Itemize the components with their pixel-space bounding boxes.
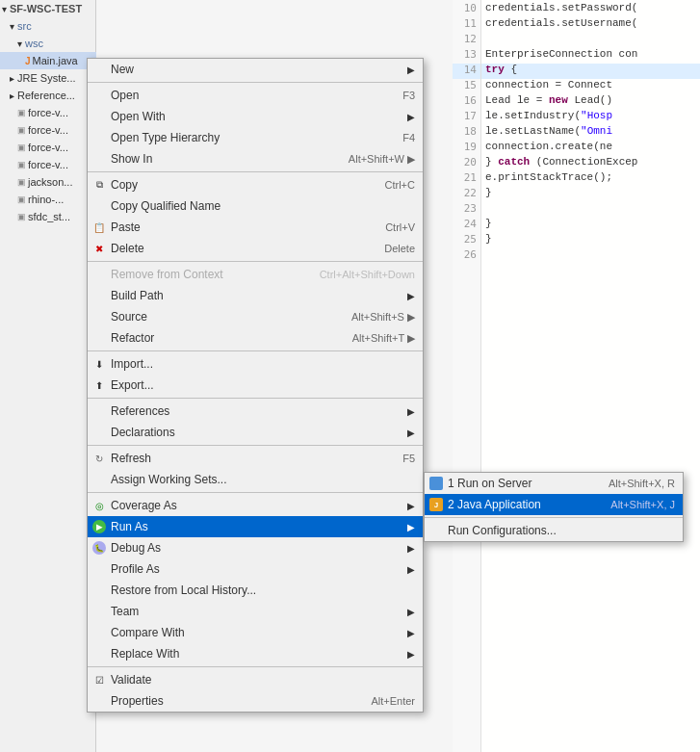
menu-properties-label: Properties: [111, 694, 371, 708]
delete-icon: ✖: [91, 241, 107, 256]
validate-icon: ☑: [91, 672, 107, 687]
tree-rhino[interactable]: ▣ rhino-...: [0, 191, 96, 208]
menu-properties[interactable]: Properties Alt+Enter: [88, 690, 423, 712]
import-icon: ⬇: [91, 356, 107, 372]
menu-team-label: Team: [111, 605, 403, 618]
tree-src[interactable]: ▾ src: [0, 17, 96, 35]
menu-source[interactable]: Source Alt+Shift+S ▶: [88, 306, 423, 327]
menu-team[interactable]: Team ▶: [88, 601, 423, 622]
tree-mainjava[interactable]: J Main.java: [0, 52, 96, 69]
context-menu: New ▶ Open F3 Open With ▶ Open Type Hier…: [87, 58, 424, 713]
menu-delete[interactable]: ✖ Delete Delete: [88, 238, 423, 259]
menu-open-with[interactable]: Open With ▶: [88, 106, 423, 127]
submenu-run-config-label: Run Configurations...: [448, 524, 675, 537]
menu-refactor[interactable]: Refactor Alt+Shift+T ▶: [88, 327, 423, 349]
menu-declarations-label: Declarations: [111, 426, 403, 439]
menu-validate[interactable]: ☑ Validate: [88, 669, 423, 690]
submenu-run-on-server[interactable]: 1 Run on Server Alt+Shift+X, R: [425, 473, 683, 494]
menu-coverage-as-label: Coverage As: [111, 499, 403, 512]
refresh-icon: ↻: [91, 451, 107, 466]
menu-refresh-shortcut: F5: [402, 453, 415, 464]
tree-force3[interactable]: ▣ force-v...: [0, 139, 96, 156]
menu-remove-context[interactable]: Remove from Context Ctrl+Alt+Shift+Down: [88, 264, 423, 285]
menu-build-path[interactable]: Build Path ▶: [88, 285, 423, 306]
menu-restore-history[interactable]: Restore from Local History...: [88, 580, 423, 601]
menu-coverage-as[interactable]: ◎ Coverage As ▶: [88, 495, 423, 516]
menu-export-label: Export...: [111, 378, 415, 392]
menu-profile-as-label: Profile As: [111, 562, 403, 576]
menu-debug-as[interactable]: 🐛 Debug As ▶: [88, 537, 423, 558]
run-circle-icon: ▶: [92, 520, 106, 533]
line-20: 20: [453, 156, 480, 171]
code-editor[interactable]: credentials.setPassword( credentials.set…: [481, 0, 700, 752]
code-line-20: } catch (ConnectionExcep: [481, 156, 700, 171]
menu-refresh-label: Refresh: [111, 452, 402, 465]
line-12: 12: [453, 33, 480, 48]
src-expand-icon: ▾: [10, 21, 14, 32]
menu-declarations[interactable]: Declarations ▶: [88, 422, 423, 443]
menu-open-shortcut: F3: [402, 90, 415, 101]
code-line-26: [481, 248, 700, 264]
submenu-run-server-label: 1 Run on Server: [448, 477, 609, 490]
menu-export[interactable]: ⬆ Export...: [88, 375, 423, 396]
menu-show-in[interactable]: Show In Alt+Shift+W ▶: [88, 148, 423, 169]
menu-copy-qualified-label: Copy Qualified Name: [111, 199, 415, 213]
menu-replace-with[interactable]: Replace With ▶: [88, 643, 423, 664]
separator-7: [88, 492, 423, 493]
menu-profile-as[interactable]: Profile As ▶: [88, 558, 423, 580]
menu-references[interactable]: References ▶: [88, 401, 423, 422]
menu-references-arrow: ▶: [407, 406, 415, 417]
menu-run-as-label: Run As: [111, 520, 403, 533]
code-line-25: }: [481, 233, 700, 248]
jar-icon-5: ▣: [17, 177, 26, 187]
copy-icon: ⧉: [91, 177, 107, 193]
tree-force4[interactable]: ▣ force-v...: [0, 156, 96, 173]
line-11: 11: [453, 17, 480, 33]
tree-jre[interactable]: ▸ JRE Syste...: [0, 69, 96, 87]
line-24: 24: [453, 218, 480, 233]
tree-project[interactable]: ▾ SF-WSC-TEST: [0, 0, 96, 17]
separator-2: [88, 171, 423, 172]
submenu-java-app[interactable]: J 2 Java Application Alt+Shift+X, J: [425, 494, 683, 515]
tree-reference[interactable]: ▸ Reference...: [0, 87, 96, 104]
menu-open-type[interactable]: Open Type Hierarchy F4: [88, 127, 423, 148]
menu-new[interactable]: New ▶: [88, 59, 423, 80]
rhino-label: rhino-...: [28, 194, 64, 205]
menu-restore-history-label: Restore from Local History...: [111, 583, 415, 597]
jre-label: JRE Syste...: [17, 72, 76, 84]
menu-copy-qualified[interactable]: Copy Qualified Name: [88, 195, 423, 217]
debug-as-icon: 🐛: [91, 540, 107, 556]
code-line-12: [481, 33, 700, 48]
submenu-java-app-label: 2 Java Application: [448, 498, 610, 511]
separator-8: [88, 666, 423, 667]
menu-import[interactable]: ⬇ Import...: [88, 353, 423, 375]
code-line-13: EnterpriseConnection con: [481, 48, 700, 64]
menu-new-label: New: [111, 63, 403, 76]
menu-open[interactable]: Open F3: [88, 85, 423, 106]
wsc-label: wsc: [25, 38, 43, 49]
menu-copy-shortcut: Ctrl+C: [385, 179, 415, 191]
menu-assign-working-sets[interactable]: Assign Working Sets...: [88, 469, 423, 490]
menu-refresh[interactable]: ↻ Refresh F5: [88, 448, 423, 469]
line-numbers-gutter: 10 11 12 13 14 15 16 17 18 19 20 21 22 2…: [453, 0, 481, 752]
jackson-label: jackson...: [28, 176, 72, 188]
tree-jackson[interactable]: ▣ jackson...: [0, 173, 96, 191]
debug-circle-icon: 🐛: [92, 541, 106, 555]
menu-open-with-arrow: ▶: [407, 112, 415, 122]
tree-force2[interactable]: ▣ force-v...: [0, 121, 96, 139]
line-17: 17: [453, 110, 480, 125]
force3-label: force-v...: [28, 142, 68, 153]
menu-copy[interactable]: ⧉ Copy Ctrl+C: [88, 174, 423, 195]
menu-run-as[interactable]: ▶ Run As ▶: [88, 516, 423, 537]
tree-force1[interactable]: ▣ force-v...: [0, 104, 96, 121]
menu-paste[interactable]: 📋 Paste Ctrl+V: [88, 217, 423, 238]
tree-wsc[interactable]: ▾ wsc: [0, 35, 96, 52]
menu-compare-with[interactable]: Compare With ▶: [88, 622, 423, 643]
export-icon: ⬆: [91, 377, 107, 393]
tree-sfdc[interactable]: ▣ sfdc_st...: [0, 208, 96, 225]
menu-validate-label: Validate: [111, 673, 415, 687]
menu-declarations-arrow: ▶: [407, 428, 415, 438]
reference-label: Reference...: [17, 90, 75, 101]
code-line-18: le.setLastName("Omni: [481, 125, 700, 141]
submenu-run-configurations[interactable]: Run Configurations...: [425, 520, 683, 541]
